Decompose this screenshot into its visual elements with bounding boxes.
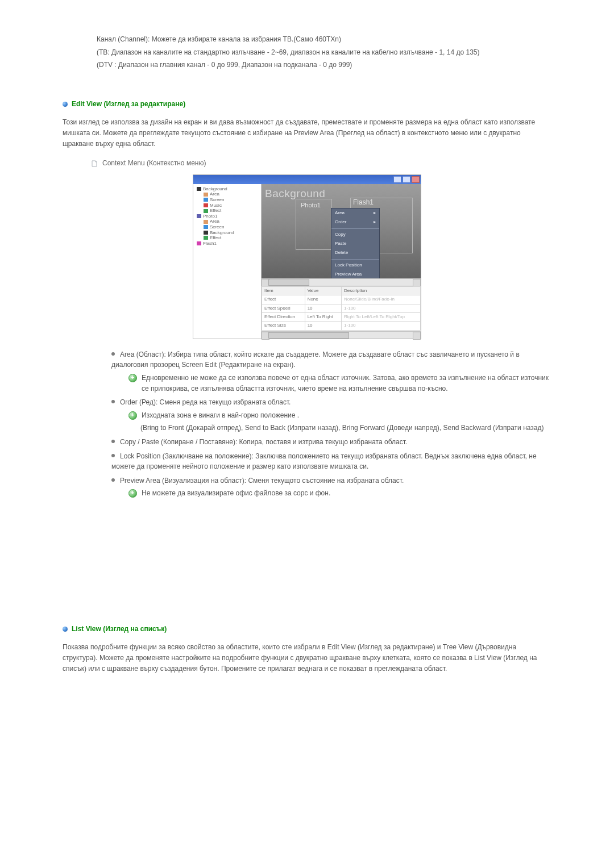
tree-node-label: Effect [210,235,221,240]
list-item-notes: +Не можете да визуализирате офис файлове… [120,488,551,499]
tree-node: Effect [194,208,260,214]
canvas-scrollbar [262,278,421,286]
tree-node-label: Background [203,186,227,191]
menu-separator [331,259,379,260]
tree-node-label: Area [210,219,219,224]
table-header: Item [262,286,305,295]
note-text: Едновременно не може да се използва пове… [142,373,551,394]
tree-node: Flash1 [194,241,260,247]
section-intro: Този изглед се използва за дизайн на екр… [63,117,551,149]
table-cell: Right To Left/Left To Right/Top [342,312,421,321]
canvas-area: Background Photo1 Flash1 Area▸ Order▸ Co… [262,184,421,286]
note-text: Не можете да визуализирате офис файлове … [142,488,551,499]
table-row: Effect DirectionLeft To RightRight To Le… [262,312,421,321]
bullet-icon [63,627,68,632]
tree-node: Background [194,186,260,192]
menu-separator [331,228,379,229]
subsection-title: Context Menu (Контекстно меню) [102,158,206,169]
list-item: Order (Ред): Сменя реда на текущо избран… [111,397,551,433]
tree-node-icon [204,209,208,213]
minimize-icon [393,176,401,183]
flash-area-label: Flash1 [353,197,374,208]
list-item-text: Lock Position (Заключване на положение):… [111,452,537,471]
tree-node-label: Flash1 [203,241,217,246]
table-cell: Left To Right [305,312,341,321]
table-row: Effect Size101-100 [262,322,421,330]
photo-area-label: Photo1 [301,201,321,210]
context-menu: Area▸ Order▸ Copy Paste Delete Lock Posi… [331,208,380,280]
paragraph: Канал (Channel): Можете да избирате кана… [97,34,551,45]
plus-icon: + [128,411,137,420]
table-header: Description [342,286,421,295]
list-item: Area (Област): Избира типа област, който… [111,349,551,394]
scroll-thumb [268,279,309,286]
tree-node: Effect [194,235,260,241]
app-screenshot: BackgroundAreaScreenMusicEffectPhoto1Are… [193,174,421,339]
tree-node-label: Music [210,203,222,208]
maximize-icon [403,176,410,183]
section-heading-list-view: List View (Изглед на списък) [63,624,551,635]
tree-node-icon [204,198,208,202]
subsection-heading-context-menu: Context Menu (Контекстно меню) [91,158,551,169]
section-title: List View (Изглед на списък) [72,624,167,635]
plus-icon: + [128,489,137,498]
note-line: +Изходната зона е винаги в най-горно пол… [128,410,551,421]
chevron-right-icon: ▸ [374,210,376,216]
tree-node-icon [197,214,201,218]
table-row: EffectNoneNone/Slide/Blind/Fade-In [262,295,421,304]
table-cell: Effect [262,295,305,304]
tree-node: Screen [194,224,260,230]
edit-view-items-list: Area (Област): Избира типа област, който… [111,349,551,499]
document-icon [91,160,98,166]
ctx-item-order: Order▸ [331,218,379,227]
note-text: Изходната зона е винаги в най-горно поло… [142,410,551,421]
close-icon [412,176,420,183]
note-text: (Bring to Front (Докарай отпред), Send t… [140,423,551,433]
tree-node-label: Photo1 [203,214,217,219]
table-cell: None/Slide/Blind/Fade-In [342,295,421,304]
list-item-text: Preview Area (Визуализация на област): С… [120,477,404,485]
plus-icon: + [128,374,137,382]
tree-node: Background [194,230,260,236]
properties-table: ItemValueDescriptionEffectNoneNone/Slide… [262,286,421,331]
list-item: Lock Position (Заключване на положение):… [111,451,551,472]
scroll-right-icon [413,332,421,340]
list-item-text: Order (Ред): Сменя реда на текущо избран… [120,398,291,406]
tree-node-icon [204,203,208,207]
scroll-thumb [268,332,349,339]
ctx-item-delete: Delete [331,248,379,257]
ctx-item-area: Area▸ [331,208,379,218]
list-item: Copy / Paste (Копиране / Поставяне): Коп… [111,437,551,448]
scroll-right-icon [413,279,421,287]
section-title: Edit View (Изглед за редактиране) [72,99,185,110]
tree-node-label: Screen [210,197,224,202]
list-item: Preview Area (Визуализация на област): С… [111,475,551,499]
tree-node: Photo1 [194,214,260,219]
ctx-item-lock: Lock Position [331,261,379,270]
tree-node: Area [194,191,260,197]
bullet-icon [63,102,68,107]
tree-node-icon [197,241,201,245]
table-cell: Effect Speed [262,304,305,312]
table-cell: Effect Size [262,322,305,330]
ctx-item-copy: Copy [331,230,379,239]
section-intro: Показва подробните функции за всяко свой… [63,642,551,674]
tree-node-icon [204,193,208,197]
paragraph: (DTV : Диапазон на главния канал - 0 до … [97,60,551,70]
paragraph: (ТВ: Диапазон на каналите на стандартно … [97,47,551,58]
window-titlebar [193,175,421,184]
table-cell: 10 [305,322,341,330]
list-item-text: Copy / Paste (Копиране / Поставяне): Коп… [120,438,407,446]
tree-node-icon [204,225,208,229]
ctx-item-paste: Paste [331,239,379,248]
tree-node-label: Screen [210,224,224,229]
list-item-text: Area (Област): Избира типа област, който… [111,350,520,369]
list-item-notes: +Изходната зона е винаги в най-горно пол… [120,410,551,433]
table-cell: 1-100 [342,304,421,312]
table-row: Effect Speed101-100 [262,304,421,312]
app-body: BackgroundAreaScreenMusicEffectPhoto1Are… [193,184,421,339]
photo-area-box: Photo1 [296,199,332,250]
table-cell: Effect Direction [262,312,305,321]
table-cell: None [305,295,341,304]
tree-view-pane: BackgroundAreaScreenMusicEffectPhoto1Are… [193,184,262,339]
